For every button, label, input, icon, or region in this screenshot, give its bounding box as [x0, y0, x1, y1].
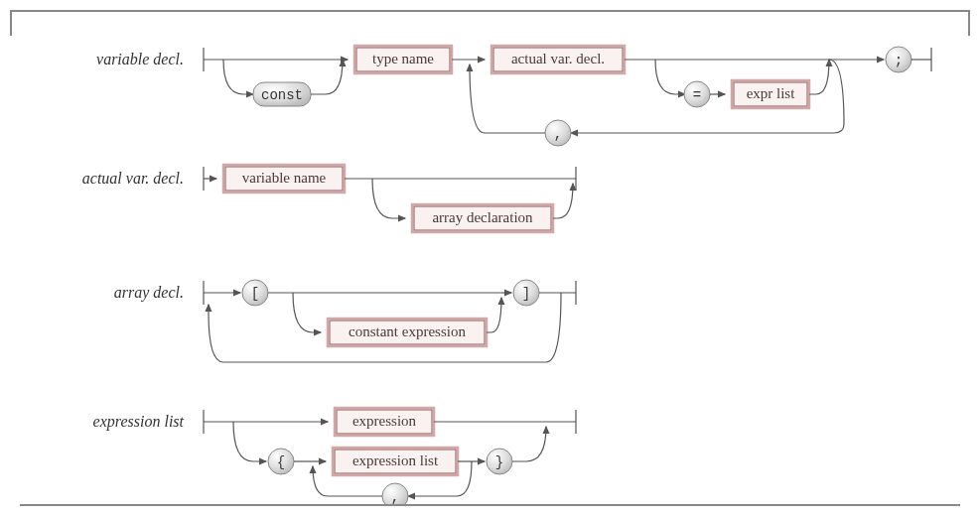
term-semicolon-label: ; [895, 53, 903, 68]
rule-variable-decl: variable decl. const type name actual va… [96, 46, 931, 146]
rule-label-variable-decl: variable decl. [96, 51, 184, 67]
frame-corner-tl [10, 10, 36, 36]
railroad-svg: variable decl. const type name actual va… [10, 10, 970, 506]
rule-actual-var-decl: actual var. decl. variable name array de… [82, 165, 576, 232]
node-expression-label: expression [352, 413, 417, 429]
term-rbrace-label: } [495, 454, 503, 470]
frame-corner-tr [944, 10, 970, 36]
term-comma-1-label: , [554, 126, 562, 142]
term-comma-2-label: , [391, 489, 399, 505]
diagram-frame: variable decl. const type name actual va… [10, 10, 970, 506]
frame-edge-bottom [20, 504, 960, 506]
node-expression-list-ref-label: expression list [352, 452, 439, 468]
node-expr-list-ref-label: expr list [747, 85, 796, 101]
rule-label-expression-list: expression list [93, 413, 185, 431]
rule-label-array-decl: array decl. [114, 284, 184, 302]
node-variable-name-label: variable name [242, 170, 327, 186]
term-lbracket-label: [ [251, 286, 259, 302]
node-constant-expression-label: constant expression [349, 323, 466, 339]
rule-array-decl: array decl. [ constant expression ] [114, 280, 576, 362]
frame-edge-top [36, 10, 944, 12]
node-array-declaration-label: array declaration [432, 209, 533, 225]
rule-label-actual-var-decl: actual var. decl. [82, 170, 184, 187]
node-type-name-label: type name [372, 51, 434, 66]
node-actual-var-decl-ref-label: actual var. decl. [511, 51, 605, 66]
term-equals-label: = [693, 87, 701, 103]
term-const-label: const [261, 87, 303, 103]
term-rbracket-label: ] [522, 286, 530, 302]
term-lbrace-label: { [277, 454, 285, 470]
rule-expression-list: expression list expression { expression … [93, 408, 576, 506]
